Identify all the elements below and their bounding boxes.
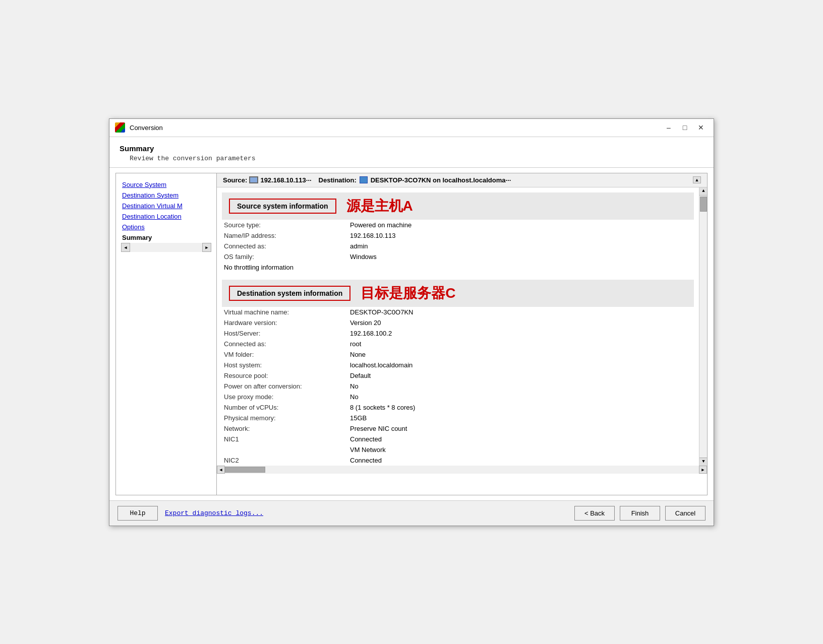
row-label (217, 444, 343, 455)
row-label: Source type: (217, 220, 343, 230)
table-row: Host/Server:192.168.100.2 (217, 328, 699, 339)
main-window: Conversion – □ ✕ Summary Review the conv… (109, 118, 714, 526)
destination-section-title: Destination system information (229, 286, 350, 301)
row-label: Power on after conversion: (217, 381, 343, 392)
row-label: Use proxy mode: (217, 392, 343, 402)
row-value: VM Network (343, 444, 699, 455)
sidebar-scroll-left[interactable]: ◀ (121, 243, 130, 252)
table-row: VM folder:None (217, 349, 699, 360)
scroll-track[interactable] (699, 196, 707, 458)
table-row: Connected as:root (217, 339, 699, 349)
help-button[interactable]: Help (117, 506, 158, 521)
row-label: Number of vCPUs: (217, 402, 343, 413)
info-bar: Source: 192.168.10.113··· Destination: D… (217, 173, 707, 187)
row-label: Host/Server: (217, 328, 343, 339)
sidebar-scroll-track[interactable] (130, 243, 202, 252)
main-content: Source System Destination System Destina… (115, 173, 708, 495)
row-value: No (343, 392, 699, 402)
table-row: Number of vCPUs:8 (1 sockets * 8 cores) (217, 402, 699, 413)
row-value: 8 (1 sockets * 8 cores) (343, 402, 699, 413)
row-value: localhost.localdomain (343, 360, 699, 370)
sidebar-item-options[interactable]: Options (121, 222, 211, 232)
row-label: VM folder: (217, 349, 343, 360)
row-label: OS family: (217, 251, 343, 262)
header-section: Summary Review the conversion parameters (109, 137, 714, 167)
table-row: Name/IP address:192.168.10.113 (217, 230, 699, 241)
app-icon (114, 122, 126, 133)
row-label: Host system: (217, 360, 343, 370)
scroll-thumb[interactable] (700, 197, 707, 212)
source-data-table: Source type:Powered on machineName/IP ad… (217, 220, 699, 273)
window-title: Conversion (130, 124, 661, 132)
row-label: Hardware version: (217, 317, 343, 328)
hscroll-thumb[interactable] (225, 467, 265, 473)
row-label: Name/IP address: (217, 230, 343, 241)
finish-button[interactable]: Finish (620, 506, 660, 521)
row-label: Connected as: (217, 241, 343, 251)
source-label: Source: (223, 176, 247, 184)
row-label: Physical memory: (217, 413, 343, 423)
source-value: 192.168.10.113··· (260, 176, 311, 184)
sidebar-scroll-right[interactable]: ▶ (202, 243, 211, 252)
row-label: No throttling information (217, 262, 699, 273)
table-row: Virtual machine name:DESKTOP-3C0O7KN (217, 307, 699, 317)
minimize-button[interactable]: – (661, 121, 676, 134)
hscroll-right-btn[interactable]: ▶ (699, 466, 707, 474)
row-value: Default (343, 370, 699, 381)
destination-value: DESKTOP-3CO7KN on localhost.localdoma··· (371, 176, 511, 184)
table-row: Source type:Powered on machine (217, 220, 699, 230)
scroll-up-btn[interactable]: ▲ (699, 187, 707, 196)
sidebar-item-source-system[interactable]: Source System (121, 179, 211, 190)
row-value: Version 20 (343, 317, 699, 328)
row-value: root (343, 339, 699, 349)
sidebar-item-destination-virtual[interactable]: Destination Virtual M (121, 201, 211, 211)
horizontal-scrollbar[interactable]: ◀ ▶ (217, 466, 707, 474)
source-section-header: Source system information 源是主机A (222, 192, 694, 220)
table-row: Hardware version:Version 20 (217, 317, 699, 328)
table-row: Power on after conversion:No (217, 381, 699, 392)
destination-label: Destination: (319, 176, 357, 184)
page-title: Summary (120, 144, 703, 153)
table-row: Physical memory:15GB (217, 413, 699, 423)
source-annotation: 源是主机A (346, 197, 413, 216)
sidebar-scrollbar: ◀ ▶ (121, 243, 211, 252)
table-row: Connected as:admin (217, 241, 699, 251)
close-button[interactable]: ✕ (693, 121, 709, 134)
scroll-down-btn[interactable]: ▼ (699, 458, 707, 466)
table-row: NIC2Connected (217, 455, 699, 466)
row-value: admin (343, 241, 699, 251)
row-value: Connected (343, 434, 699, 444)
hscroll-left-btn[interactable]: ◀ (217, 466, 225, 474)
vertical-scrollbar[interactable]: ▲ ▼ (699, 187, 707, 466)
row-label: Connected as: (217, 339, 343, 349)
content-area: Source: 192.168.10.113··· Destination: D… (217, 173, 707, 495)
titlebar: Conversion – □ ✕ (109, 119, 714, 137)
table-row: OS family:Windows (217, 251, 699, 262)
sidebar-item-destination-system[interactable]: Destination System (121, 190, 211, 201)
sidebar: Source System Destination System Destina… (116, 173, 217, 495)
row-value: Connected (343, 455, 699, 466)
hscroll-track[interactable] (225, 466, 699, 474)
back-button[interactable]: < Back (574, 506, 615, 521)
row-value: None (343, 349, 699, 360)
header-divider (109, 167, 714, 168)
sidebar-item-destination-location[interactable]: Destination Location (121, 211, 211, 222)
source-section-title: Source system information (229, 199, 336, 214)
table-row: Use proxy mode:No (217, 392, 699, 402)
row-value: No (343, 381, 699, 392)
destination-annotation: 目标是服务器C (361, 284, 455, 303)
row-label: Virtual machine name: (217, 307, 343, 317)
scroll-up-arrow[interactable]: ▲ (693, 176, 701, 183)
source-monitor-icon (249, 176, 258, 183)
row-label: Resource pool: (217, 370, 343, 381)
table-row: Network:Preserve NIC count (217, 423, 699, 434)
export-logs-button[interactable]: Export diagnostic logs... (163, 506, 265, 520)
row-label: NIC1 (217, 434, 343, 444)
row-label: Network: (217, 423, 343, 434)
table-row: Resource pool:Default (217, 370, 699, 381)
scroll-area[interactable]: Source system information 源是主机A Source t… (217, 187, 707, 495)
row-value: DESKTOP-3C0O7KN (343, 307, 699, 317)
maximize-button[interactable]: □ (677, 121, 692, 134)
destination-section-header: Destination system information 目标是服务器C (222, 280, 694, 307)
cancel-button[interactable]: Cancel (665, 506, 706, 521)
